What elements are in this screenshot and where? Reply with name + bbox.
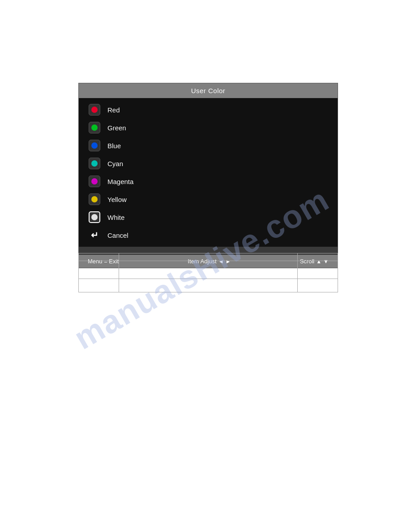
table-cell xyxy=(119,261,298,279)
green-icon xyxy=(88,121,101,134)
table-cell xyxy=(79,261,119,279)
blue-label: Blue xyxy=(107,142,121,150)
table-cell xyxy=(79,279,119,292)
osd-item-yellow[interactable]: Yellow xyxy=(79,190,338,208)
table-cell xyxy=(119,279,298,292)
cyan-icon xyxy=(88,157,101,170)
osd-title: User Color xyxy=(191,87,226,94)
white-icon xyxy=(88,210,101,224)
table-cell xyxy=(119,253,298,261)
page: User Color Red Green xyxy=(0,0,411,532)
table-cell xyxy=(79,253,119,261)
green-label: Green xyxy=(107,124,126,132)
table-cell xyxy=(298,253,338,261)
osd-menu: User Color Red Green xyxy=(78,83,338,268)
red-icon xyxy=(88,103,101,116)
table-cell xyxy=(298,279,338,292)
osd-item-white[interactable]: White xyxy=(79,208,338,226)
white-label: White xyxy=(107,214,124,221)
yellow-icon xyxy=(88,193,101,206)
yellow-label: Yellow xyxy=(107,196,127,203)
osd-items-container: Red Green Blue xyxy=(79,98,338,247)
table-row xyxy=(79,261,338,279)
red-label: Red xyxy=(107,106,120,114)
magenta-label: Magenta xyxy=(107,178,133,185)
table-row xyxy=(79,279,338,292)
cyan-label: Cyan xyxy=(107,160,123,167)
osd-item-red[interactable]: Red xyxy=(79,101,338,119)
table-row xyxy=(79,253,338,261)
magenta-icon xyxy=(88,175,101,188)
info-table xyxy=(78,253,338,292)
cancel-label: Cancel xyxy=(107,232,128,239)
table-cell xyxy=(298,261,338,279)
osd-item-green[interactable]: Green xyxy=(79,119,338,137)
blue-icon xyxy=(88,139,101,152)
cancel-icon: ↵ xyxy=(88,228,101,242)
osd-item-cancel[interactable]: ↵ Cancel xyxy=(79,226,338,244)
osd-item-blue[interactable]: Blue xyxy=(79,137,338,154)
osd-item-cyan[interactable]: Cyan xyxy=(79,154,338,172)
osd-title-bar: User Color xyxy=(79,83,338,98)
osd-item-magenta[interactable]: Magenta xyxy=(79,172,338,190)
